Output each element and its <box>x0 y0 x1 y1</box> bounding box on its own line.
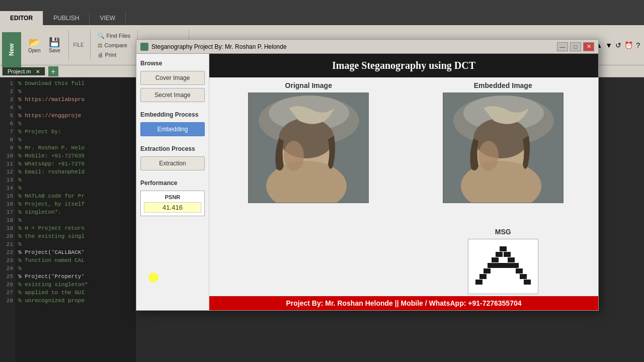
svg-rect-25 <box>520 274 527 279</box>
dialog-content: Browse Cover Image Secret Image Embeddin… <box>136 54 598 310</box>
svg-rect-23 <box>516 268 523 274</box>
new-tab-icon[interactable]: + <box>48 66 58 76</box>
psnr-label: PSNR <box>144 194 201 200</box>
tab-view[interactable]: VIEW <box>90 11 126 25</box>
dialog-title: Steganography Project By: Mr. Roshan P. … <box>151 43 557 50</box>
main-header: Image Steganography using DCT <box>209 54 598 77</box>
svg-rect-17 <box>496 252 503 257</box>
svg-rect-21 <box>488 263 519 268</box>
dialog-minimize-button[interactable]: — <box>557 42 568 51</box>
find-files-button[interactable]: 🔍 Find Files <box>95 32 134 40</box>
svg-point-14 <box>478 141 499 171</box>
psnr-box: PSNR 41.416 <box>140 191 205 216</box>
main-content: Image Steganography using DCT Orignal Im… <box>209 54 598 310</box>
embedded-image <box>443 93 564 203</box>
compare-icon: ⚖ <box>98 42 103 49</box>
print-icon: 🖨 <box>98 52 103 58</box>
os-top-bar <box>0 0 644 11</box>
embedding-process-title: Embedding Process <box>140 111 205 118</box>
cover-image-button[interactable]: Cover Image <box>140 71 205 85</box>
tab-publish[interactable]: PUBLISH <box>43 11 90 25</box>
compare-button[interactable]: ⚖ Compare <box>95 41 134 50</box>
print-button[interactable]: 🖨 Print <box>95 51 134 59</box>
extraction-process-section: Extraction Process Extraction <box>140 145 205 173</box>
close-file-tab-icon[interactable]: ✕ <box>36 69 40 74</box>
open-icon: 📂 <box>29 37 40 48</box>
psnr-value: 41.416 <box>144 202 201 213</box>
performance-title: Performance <box>140 179 205 187</box>
embedding-process-section: Embedding Process Embedding <box>140 111 205 139</box>
code-area: 1234 5678 9101112 13141516 17181920 2122… <box>0 77 136 362</box>
svg-rect-24 <box>479 274 487 279</box>
embedding-button[interactable]: Embedding <box>140 122 205 136</box>
dialog-close-button[interactable]: ✕ <box>583 42 594 51</box>
svg-rect-19 <box>492 257 499 262</box>
divider-1 <box>68 30 69 60</box>
original-image-section: Orignal Image <box>209 77 408 296</box>
msg-image <box>468 239 538 294</box>
tab-editor[interactable]: EDITOR <box>0 11 43 25</box>
dialog-controls: — □ ✕ <box>557 42 594 51</box>
steganography-dialog: Steganography Project By: Mr. Roshan P. … <box>136 39 599 311</box>
svg-rect-18 <box>504 252 511 257</box>
line-numbers: 1234 5678 9101112 13141516 17181920 2122… <box>0 77 15 362</box>
help-icon[interactable]: ? <box>636 41 640 49</box>
msg-title: MSG <box>495 228 511 236</box>
dialog-app-icon <box>140 43 148 51</box>
file-tab-project[interactable]: Project.m ✕ <box>2 67 45 75</box>
history-icon[interactable]: ⏰ <box>624 41 633 49</box>
performance-section: Performance PSNR 41.416 <box>140 179 205 216</box>
refresh-icon[interactable]: ↺ <box>615 41 621 49</box>
right-images: Embedded Image <box>408 77 599 296</box>
dialog-maximize-button[interactable]: □ <box>570 42 581 51</box>
browse-section-title: Browse <box>140 60 205 67</box>
msg-section: MSG <box>408 226 599 296</box>
msg-letter-a-svg <box>475 244 531 289</box>
svg-rect-20 <box>508 257 515 262</box>
embedded-image-title: Embedded Image <box>474 81 532 89</box>
svg-rect-22 <box>484 268 491 274</box>
dialog-titlebar: Steganography Project By: Mr. Roshan P. … <box>136 40 598 54</box>
embedded-image-section: Embedded Image <box>408 77 599 226</box>
file-section-label: FILE <box>73 42 84 48</box>
bottom-bar: Project By: Mr. Roshan Helonde || Mobile… <box>209 296 598 310</box>
tab-bar: EDITOR PUBLISH VIEW <box>0 11 644 25</box>
save-icon: 💾 <box>49 37 60 48</box>
open-button[interactable]: 📂 Open <box>24 35 44 55</box>
arrow-down-icon[interactable]: ▼ <box>605 41 612 49</box>
extraction-process-title: Extraction Process <box>140 145 205 152</box>
images-container: Orignal Image <box>209 77 598 296</box>
original-image <box>248 93 369 203</box>
code-content[interactable]: % Download this full % % https://matlabs… <box>15 77 136 362</box>
save-button[interactable]: 💾 Save <box>44 35 64 55</box>
extraction-button[interactable]: Extraction <box>140 156 205 170</box>
left-panel: Browse Cover Image Secret Image Embeddin… <box>136 54 209 310</box>
nav-buttons: 🔍 Find Files ⚖ Compare 🖨 Print <box>95 32 134 59</box>
divider-2 <box>90 30 91 60</box>
embedded-lena-svg <box>443 93 564 203</box>
svg-rect-16 <box>500 246 507 251</box>
new-vertical-tab: New <box>2 32 21 67</box>
svg-point-7 <box>284 141 304 171</box>
svg-rect-26 <box>475 280 482 285</box>
find-files-icon: 🔍 <box>98 33 105 39</box>
original-image-title: Orignal Image <box>285 81 332 89</box>
original-lena-svg <box>249 93 369 203</box>
secret-image-button[interactable]: Secret Image <box>140 88 205 102</box>
svg-rect-27 <box>524 280 531 285</box>
